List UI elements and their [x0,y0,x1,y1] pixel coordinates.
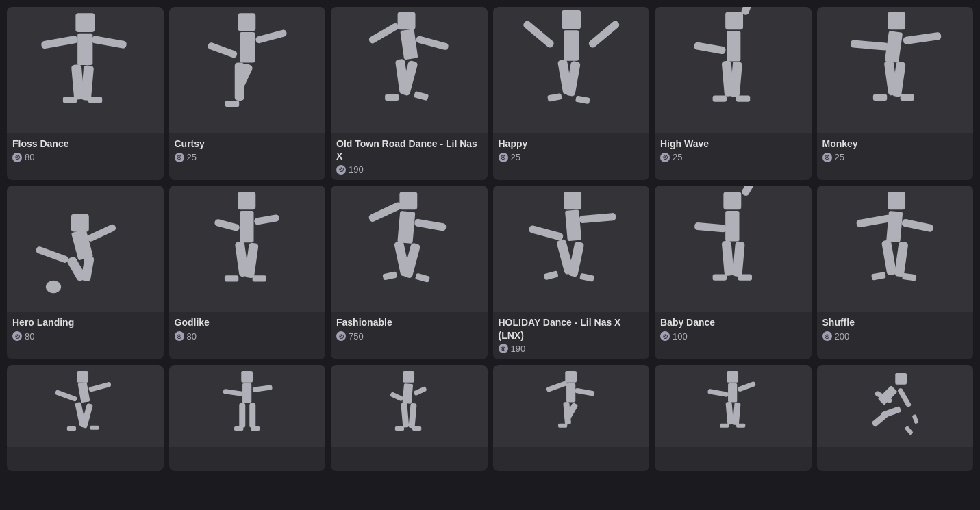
item-floss-dance-info: Floss Dance ◎ 80 [7,133,164,168]
item-old-town-road[interactable]: Old Town Road Dance - Lil Nas X ◎ 190 [331,7,488,180]
svg-rect-72 [579,213,616,224]
item-hero-landing-price: ◎ 80 [12,331,158,342]
item-monkey[interactable]: Monkey ◎ 25 [817,7,974,180]
item-shuffle-image [817,186,974,312]
svg-rect-71 [565,210,581,242]
item-curtsy-name: Curtsy [175,138,321,150]
item-holiday-dance-info: HOLIDAY Dance - Lil Nas X (LNX) ◎ 190 [493,312,650,359]
svg-rect-46 [900,94,914,101]
svg-rect-42 [903,32,942,45]
svg-rect-127 [707,389,729,397]
svg-rect-118 [565,371,577,383]
svg-rect-83 [733,242,745,277]
item-row3-5-info [655,447,812,459]
item-row3-6-info [817,447,974,459]
svg-rect-31 [725,12,743,29]
item-hero-landing[interactable]: Hero Landing ◎ 80 [7,186,164,359]
item-row3-6[interactable] [817,365,974,471]
svg-rect-5 [81,65,94,101]
svg-rect-135 [897,387,912,408]
vbuck-icon: ◎ [499,344,508,353]
item-happy-name: Happy [499,138,644,150]
item-row3-3-image [331,365,488,447]
svg-rect-124 [558,424,567,428]
svg-rect-82 [722,241,734,277]
item-curtsy-price-value: 25 [187,152,197,162]
item-baby-dance-name: Baby Dance [660,316,806,329]
item-baby-dance[interactable]: Baby Dance ◎ 100 [655,186,812,359]
item-godlike[interactable]: Godlike ◎ 80 [169,186,326,359]
svg-rect-2 [41,36,79,49]
svg-rect-114 [401,403,409,428]
item-floss-dance-price: ◎ 80 [12,152,158,162]
svg-rect-119 [566,383,575,403]
svg-rect-6 [63,97,77,103]
item-curtsy[interactable]: Curtsy ◎ 25 [169,7,326,180]
svg-rect-131 [720,424,729,428]
item-row3-6-image [817,365,974,447]
item-row3-4[interactable] [493,365,650,471]
item-high-wave-image [655,7,812,133]
svg-rect-36 [730,62,742,98]
item-hero-landing-name: Hero Landing [12,316,158,329]
svg-rect-54 [238,192,255,210]
item-baby-dance-info: Baby Dance ◎ 100 [655,312,812,346]
svg-rect-63 [397,211,415,244]
svg-rect-90 [881,240,896,276]
vbuck-icon: ◎ [336,331,346,341]
item-curtsy-image [169,7,326,133]
item-row3-1[interactable] [7,365,164,471]
item-high-wave-price-value: 25 [673,152,682,162]
vbuck-icon: ◎ [12,153,22,162]
item-shuffle[interactable]: Shuffle ◎ 200 [817,186,974,359]
item-monkey-price-value: 25 [835,152,844,162]
item-fashionable-name: Fashionable [336,316,482,329]
item-godlike-info: Godlike ◎ 80 [169,312,326,346]
item-floss-dance[interactable]: Floss Dance ◎ 80 [7,7,164,180]
svg-rect-95 [77,381,90,403]
item-godlike-image [169,186,326,312]
item-old-town-road-price-value: 190 [349,164,364,175]
item-row3-4-info [493,447,650,459]
svg-rect-78 [723,192,741,210]
svg-rect-120 [546,381,568,392]
svg-rect-39 [888,12,905,29]
item-row3-3[interactable] [331,365,488,471]
item-holiday-dance[interactable]: HOLIDAY Dance - Lil Nas X (LNX) ◎ 190 [493,186,650,359]
svg-rect-81 [694,222,727,233]
item-fashionable-price-value: 750 [349,331,364,342]
svg-rect-97 [88,381,112,392]
item-row3-5[interactable] [655,365,812,471]
svg-rect-140 [912,414,918,424]
svg-rect-79 [725,211,739,241]
item-holiday-dance-image [493,186,650,312]
vbuck-icon: ◎ [175,153,184,162]
item-monkey-image [817,7,974,133]
svg-rect-62 [399,192,417,210]
svg-rect-8 [238,13,255,31]
svg-rect-116 [395,426,404,431]
item-row3-2[interactable] [169,365,326,471]
svg-rect-76 [543,271,558,281]
item-fashionable-price: ◎ 750 [336,331,482,342]
item-high-wave[interactable]: High Wave ◎ 25 [655,7,812,180]
item-holiday-dance-name: HOLIDAY Dance - Lil Nas X (LNX) [499,316,644,341]
svg-rect-25 [522,20,555,49]
item-happy-info: Happy ◎ 25 [493,133,650,168]
svg-rect-29 [547,93,562,102]
svg-rect-68 [382,272,397,281]
svg-rect-128 [737,381,756,392]
item-monkey-info: Monkey ◎ 25 [817,133,974,168]
svg-rect-101 [90,426,99,430]
svg-rect-111 [403,383,414,404]
item-monkey-price: ◎ 25 [822,152,968,162]
item-hero-landing-info: Hero Landing ◎ 80 [7,312,164,346]
svg-rect-45 [872,94,886,101]
item-row3-2-info [169,447,326,459]
vbuck-icon: ◎ [822,331,832,341]
item-godlike-name: Godlike [175,316,321,329]
item-fashionable[interactable]: Fashionable ◎ 750 [331,186,488,359]
svg-rect-33 [740,7,758,16]
svg-rect-18 [416,36,449,51]
item-happy[interactable]: Happy ◎ 25 [493,7,650,180]
